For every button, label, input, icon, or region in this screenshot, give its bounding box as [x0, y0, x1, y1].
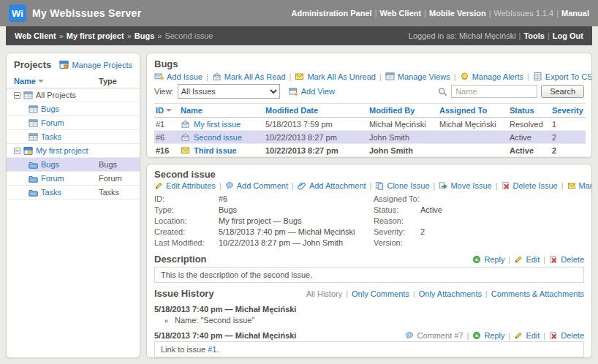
issue-detail-panel: Second issue Edit Attributes| Add Commen…: [146, 164, 592, 358]
attr-value: Active: [420, 205, 442, 216]
sort-desc-icon: [166, 109, 172, 112]
view-icon: [29, 132, 38, 142]
tools-link[interactable]: Tools: [523, 31, 545, 40]
view-label: View:: [154, 87, 174, 96]
issue-link[interactable]: Third issue: [194, 146, 237, 155]
column-header-type[interactable]: Type: [99, 77, 132, 86]
crumb-project[interactable]: My first project: [67, 31, 124, 40]
col-modified-date[interactable]: Modified Date: [264, 104, 368, 118]
tree-item-project-tasks[interactable]: Tasks Tasks: [7, 186, 140, 200]
tree-item-project-forum[interactable]: Forum Forum: [7, 172, 140, 186]
export-csv-button[interactable]: Export To CSV: [533, 72, 592, 81]
delete-button[interactable]: Delete: [549, 255, 584, 264]
issue-link[interactable]: Second issue: [194, 133, 242, 142]
history-entry: 5/18/2013 7:40 pm — Michał Męciński Name…: [147, 300, 591, 325]
webissues-logo: Wi: [9, 4, 26, 22]
search-input[interactable]: [451, 85, 537, 98]
attr-label: Version:: [374, 238, 420, 249]
move-issue-icon: [439, 181, 447, 190]
breadcrumb: Web Client»My first project»Bugs»Second …: [15, 31, 213, 40]
issue-row-unread[interactable]: #16 Third issue 10/22/2013 8:27 pm John …: [154, 144, 586, 157]
issue-row-selected[interactable]: #6 Second issue 10/22/2013 8:27 pm John …: [154, 131, 586, 144]
change-item: Name: "Second issue": [175, 315, 591, 325]
add-comment-button[interactable]: Add Comment: [225, 181, 288, 190]
col-status[interactable]: Status: [508, 104, 550, 118]
mark-unread-icon: [295, 72, 304, 81]
nav-manual[interactable]: Manual: [561, 9, 589, 18]
attr-label: ID:: [154, 194, 219, 205]
collapse-icon[interactable]: [14, 92, 20, 99]
top-header-bar: Wi My WebIssues Server Administration Pa…: [0, 0, 598, 26]
col-id[interactable]: ID: [154, 104, 179, 118]
logout-link[interactable]: Log Out: [553, 31, 583, 40]
edit-button[interactable]: Edit: [514, 331, 540, 340]
edit-button[interactable]: Edit: [514, 255, 540, 264]
issue-link[interactable]: My first issue: [194, 120, 241, 129]
reply-button[interactable]: Reply: [472, 331, 504, 340]
description-text: This is the description of the second is…: [154, 267, 584, 283]
col-modified-by[interactable]: Modified By: [368, 104, 438, 118]
move-issue-button[interactable]: Move Issue: [439, 181, 491, 190]
project-icon: [23, 146, 33, 156]
delete-issue-button[interactable]: Delete Issue: [502, 181, 558, 190]
mark-as-unread-button[interactable]: Mark As Unread: [567, 181, 592, 190]
tree-item-global-forum[interactable]: Forum: [7, 116, 140, 130]
mark-all-unread-button[interactable]: Mark All As Unread: [295, 72, 376, 81]
manage-views-button[interactable]: Manage Views: [385, 72, 450, 81]
tree-item-all-projects[interactable]: All Projects: [7, 88, 140, 102]
edit-attributes-button[interactable]: Edit Attributes: [154, 181, 216, 190]
column-header-name[interactable]: Name: [14, 77, 99, 86]
col-severity[interactable]: Severity: [550, 104, 586, 118]
manage-alerts-button[interactable]: Manage Alerts: [460, 72, 523, 81]
view-select[interactable]: All Issues: [178, 84, 280, 99]
attr-label: Location:: [154, 216, 219, 227]
tree-item-global-bugs[interactable]: Bugs: [7, 102, 140, 116]
collapse-icon[interactable]: [14, 148, 20, 154]
tree-item-project-bugs[interactable]: Bugs Bugs: [7, 158, 140, 172]
mark-read-icon: [212, 72, 222, 81]
projects-panel: Projects Manage Projects Name Type All P…: [6, 53, 140, 358]
mark-all-read-button[interactable]: Mark All As Read: [212, 72, 286, 81]
view-icon: [29, 118, 38, 128]
session-info: Logged in as: Michał Męciński|Tools|Log …: [409, 31, 583, 40]
reply-button[interactable]: Reply: [472, 255, 504, 264]
filter-comments-attachments[interactable]: Comments & Attachments: [491, 289, 584, 298]
attr-value: My first project — Bugs: [219, 216, 302, 227]
nav-administration-panel[interactable]: Administration Panel: [292, 9, 372, 18]
attr-value: Bugs: [219, 205, 237, 216]
search-button[interactable]: Search: [541, 85, 584, 98]
content-area: Projects Manage Projects Name Type All P…: [0, 45, 598, 364]
attr-label: Severity:: [374, 227, 420, 238]
add-attachment-button[interactable]: Add Attachment: [298, 181, 366, 190]
nav-web-client[interactable]: Web Client: [380, 9, 422, 18]
filter-only-attachments[interactable]: Only Attachments: [419, 289, 482, 298]
tree-item-global-tasks[interactable]: Tasks: [7, 130, 140, 144]
issue-attributes: ID:#6 Type:Bugs Location:My first projec…: [147, 192, 591, 249]
attr-value: 10/22/2013 8:27 pm — John Smith: [219, 238, 343, 249]
col-assigned-to[interactable]: Assigned To: [438, 104, 508, 118]
add-issue-button[interactable]: Add Issue: [154, 72, 203, 81]
manage-projects-link[interactable]: Manage Projects: [59, 60, 132, 69]
filter-all-history: All History: [306, 289, 343, 298]
add-issue-icon: [154, 72, 164, 81]
manage-views-icon: [385, 72, 395, 81]
nav-mobile-version[interactable]: Mobile Version: [429, 9, 486, 18]
tree-item-my-first-project[interactable]: My first project: [7, 144, 140, 158]
history-entry-header: 5/18/2013 7:40 pm — Michał Męciński: [154, 305, 296, 314]
clone-issue-button[interactable]: Clone Issue: [375, 181, 429, 190]
issue-row[interactable]: #1 My first issue 5/18/2013 7:59 pm Mich…: [154, 118, 586, 131]
reply-icon: [472, 255, 481, 264]
folder-icon: [29, 174, 38, 183]
col-name[interactable]: Name: [179, 104, 264, 118]
delete-button[interactable]: Delete: [549, 331, 584, 340]
bugs-panel-title: Bugs: [154, 58, 178, 69]
issue-ref-link[interactable]: #1: [208, 345, 216, 354]
folder-icon: [29, 188, 38, 197]
add-view-button[interactable]: Add View: [289, 87, 335, 96]
filter-only-comments[interactable]: Only Comments: [352, 289, 409, 298]
crumb-folder[interactable]: Bugs: [135, 31, 155, 40]
reply-icon: [472, 331, 481, 340]
attr-value: 2: [420, 227, 425, 238]
crumb-web-client[interactable]: Web Client: [15, 31, 56, 40]
top-navigation: Administration Panel|Web Client|Mobile V…: [292, 9, 589, 18]
